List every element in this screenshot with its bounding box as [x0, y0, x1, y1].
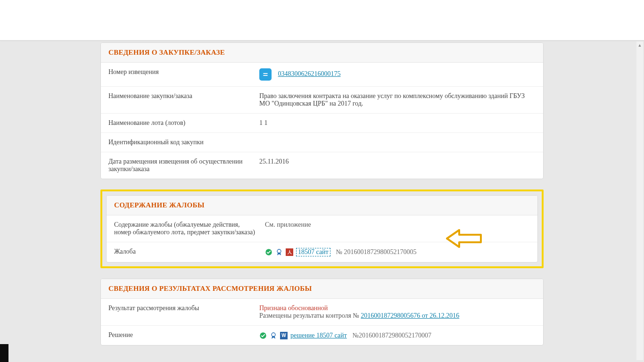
purchase-name-label: Наименование закупки/заказа — [108, 92, 259, 100]
complaint-content-header: СОДЕРЖАНИЕ ЖАЛОБЫ — [107, 196, 537, 215]
complaint-content-value: См. приложение — [265, 221, 530, 229]
complaint-content-card: СОДЕРЖАНИЕ ЖАЛОБЫ Содержание жалобы (обж… — [106, 195, 538, 263]
notice-number-row: Номер извещения 0348300626216000175 — [101, 63, 543, 87]
notice-date-value: 25.11.2016 — [259, 158, 536, 165]
pdf-file-icon: 人 — [286, 248, 293, 256]
lot-name-value: 1 1 — [259, 119, 536, 127]
notice-number-label: Номер извещения — [108, 68, 259, 76]
top-blank-area — [0, 0, 644, 41]
notice-date-label: Дата размещения извещения об осуществлен… — [108, 158, 259, 173]
result-label: Результат рассмотрения жалобы — [108, 304, 259, 312]
complaint-content-label: Содержание жалобы (обжалуемые действия, … — [114, 221, 265, 236]
purchase-info-card: СВЕДЕНИЯ О ЗАКУПКЕ/ЗАКАЗЕ Номер извещени… — [100, 42, 544, 179]
verified-check-icon — [259, 332, 267, 339]
purchase-id-row: Идентификационный код закупки — [101, 133, 543, 152]
verified-check-icon — [265, 248, 272, 256]
result-value: Признана обоснованной — [259, 304, 536, 312]
decision-file-number: №2016001872980052170007 — [353, 332, 431, 339]
complaint-file-link[interactable]: 18507 сайт — [296, 248, 330, 256]
results-card: СВЕДЕНИЯ О РЕЗУЛЬТАТАХ РАССМОТРЕНИЯ ЖАЛО… — [100, 279, 544, 346]
scroll-up-arrow-icon[interactable]: ▲ — [636, 41, 643, 49]
lot-name-row: Наименование лота (лотов) 1 1 — [101, 114, 543, 133]
results-header: СВЕДЕНИЯ О РЕЗУЛЬТАТАХ РАССМОТРЕНИЯ ЖАЛО… — [101, 279, 543, 299]
result-subtext-prefix: Размещены результаты контроля № — [259, 312, 361, 319]
complaint-content-row: Содержание жалобы (обжалуемые действия, … — [107, 215, 537, 242]
left-dark-strip — [0, 344, 8, 362]
signature-ribbon-icon — [275, 248, 283, 256]
purchase-name-row: Наименование закупки/заказа Право заключ… — [101, 87, 543, 114]
decision-label: Решение — [108, 331, 259, 339]
result-control-link[interactable]: 201600187298005676 от 26.12.2016 — [361, 312, 459, 319]
purchase-info-header: СВЕДЕНИЯ О ЗАКУПКЕ/ЗАКАЗЕ — [101, 43, 543, 63]
svg-rect-1 — [263, 75, 267, 76]
svg-rect-0 — [263, 73, 267, 74]
purchase-name-value: Право заключения контракта на оказание у… — [259, 92, 536, 107]
external-link-icon[interactable] — [259, 68, 272, 81]
notice-date-row: Дата размещения извещения об осуществлен… — [101, 152, 543, 179]
highlight-frame: СОДЕРЖАНИЕ ЖАЛОБЫ Содержание жалобы (обж… — [100, 189, 544, 268]
complaint-file-number: № 2016001872980052170005 — [336, 248, 417, 256]
lot-name-label: Наименование лота (лотов) — [108, 119, 259, 127]
vertical-scrollbar[interactable]: ▲ — [636, 41, 643, 360]
decision-row: Решение W решение 18507 сайт №2016001872… — [101, 326, 543, 345]
signature-ribbon-icon — [270, 332, 277, 339]
complaint-file-label: Жалоба — [114, 248, 265, 255]
complaint-file-row: Жалоба 人 18507 сайт № 201600187298005217 — [107, 242, 537, 262]
notice-number-link[interactable]: 0348300626216000175 — [278, 70, 341, 77]
result-row: Результат рассмотрения жалобы Признана о… — [101, 299, 543, 326]
word-file-icon: W — [280, 332, 288, 339]
purchase-id-label: Идентификационный код закупки — [108, 139, 259, 146]
decision-file-link[interactable]: решение 18507 сайт — [290, 332, 347, 339]
